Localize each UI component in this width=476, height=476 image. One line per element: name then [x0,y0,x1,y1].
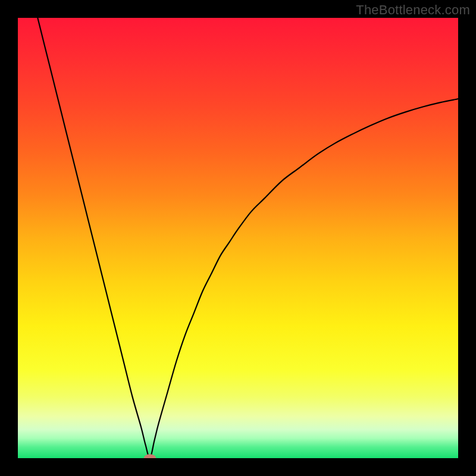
gradient-background [18,18,458,458]
chart-frame: TheBottleneck.com [0,0,476,476]
chart-svg [18,18,458,458]
plot-area [18,18,458,458]
watermark-text: TheBottleneck.com [356,2,470,18]
